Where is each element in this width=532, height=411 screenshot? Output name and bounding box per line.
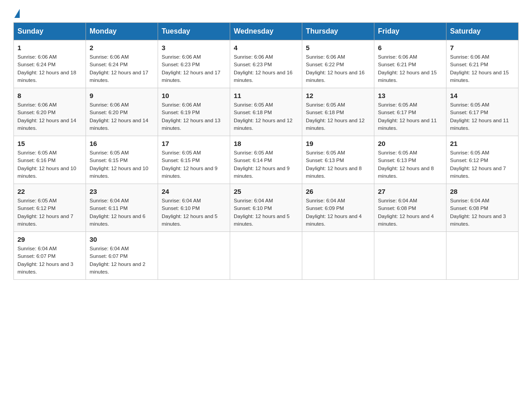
day-number: 28	[450, 188, 515, 195]
day-info: Sunrise: 6:06 AMSunset: 6:21 PMDaylight:…	[378, 53, 442, 84]
calendar-cell: 2Sunrise: 6:06 AMSunset: 6:24 PMDaylight…	[86, 40, 158, 88]
day-number: 2	[90, 44, 154, 51]
calendar-cell: 7Sunrise: 6:06 AMSunset: 6:21 PMDaylight…	[446, 40, 519, 88]
day-number: 5	[306, 44, 370, 51]
day-number: 17	[162, 140, 226, 147]
calendar-week-row: 15Sunrise: 6:05 AMSunset: 6:16 PMDayligh…	[14, 136, 519, 184]
day-info: Sunrise: 6:06 AMSunset: 6:20 PMDaylight:…	[90, 101, 154, 132]
calendar-body: 1Sunrise: 6:06 AMSunset: 6:24 PMDaylight…	[14, 40, 519, 280]
day-number: 24	[162, 188, 226, 195]
calendar-cell: 18Sunrise: 6:05 AMSunset: 6:14 PMDayligh…	[230, 136, 302, 184]
calendar-cell: 22Sunrise: 6:05 AMSunset: 6:12 PMDayligh…	[14, 184, 86, 232]
day-info: Sunrise: 6:05 AMSunset: 6:12 PMDaylight:…	[450, 149, 515, 180]
calendar-cell: 3Sunrise: 6:06 AMSunset: 6:23 PMDaylight…	[158, 40, 230, 88]
calendar-cell: 25Sunrise: 6:04 AMSunset: 6:10 PMDayligh…	[230, 184, 302, 232]
day-number: 22	[17, 188, 82, 195]
header-saturday: Saturday	[446, 23, 519, 40]
day-number: 11	[234, 92, 298, 99]
calendar-cell: 15Sunrise: 6:05 AMSunset: 6:16 PMDayligh…	[14, 136, 86, 184]
day-number: 21	[450, 140, 515, 147]
day-info: Sunrise: 6:04 AMSunset: 6:08 PMDaylight:…	[378, 197, 442, 228]
calendar-week-row: 8Sunrise: 6:06 AMSunset: 6:20 PMDaylight…	[14, 88, 519, 136]
calendar-cell: 24Sunrise: 6:04 AMSunset: 6:10 PMDayligh…	[158, 184, 230, 232]
day-info: Sunrise: 6:05 AMSunset: 6:14 PMDaylight:…	[234, 149, 298, 180]
day-number: 9	[90, 92, 154, 99]
day-number: 13	[378, 92, 442, 99]
calendar-week-row: 1Sunrise: 6:06 AMSunset: 6:24 PMDaylight…	[14, 40, 519, 88]
day-info: Sunrise: 6:04 AMSunset: 6:11 PMDaylight:…	[90, 197, 154, 228]
day-number: 16	[90, 140, 154, 147]
calendar-cell: 6Sunrise: 6:06 AMSunset: 6:21 PMDaylight…	[374, 40, 446, 88]
calendar-cell: 17Sunrise: 6:05 AMSunset: 6:15 PMDayligh…	[158, 136, 230, 184]
calendar-cell: 23Sunrise: 6:04 AMSunset: 6:11 PMDayligh…	[86, 184, 158, 232]
day-number: 29	[17, 235, 82, 243]
day-number: 19	[306, 140, 370, 147]
day-number: 20	[378, 140, 442, 147]
day-info: Sunrise: 6:05 AMSunset: 6:15 PMDaylight:…	[90, 149, 154, 180]
day-number: 15	[17, 140, 82, 147]
day-info: Sunrise: 6:06 AMSunset: 6:23 PMDaylight:…	[234, 53, 298, 84]
day-number: 8	[17, 92, 82, 99]
day-number: 27	[378, 188, 442, 195]
day-number: 10	[162, 92, 226, 99]
calendar-cell: 26Sunrise: 6:04 AMSunset: 6:09 PMDayligh…	[302, 184, 374, 232]
day-number: 26	[306, 188, 370, 195]
header-sunday: Sunday	[14, 23, 86, 40]
calendar-cell: 20Sunrise: 6:05 AMSunset: 6:13 PMDayligh…	[374, 136, 446, 184]
day-info: Sunrise: 6:05 AMSunset: 6:18 PMDaylight:…	[306, 101, 370, 132]
day-info: Sunrise: 6:05 AMSunset: 6:13 PMDaylight:…	[378, 149, 442, 180]
day-number: 23	[90, 188, 154, 195]
day-info: Sunrise: 6:05 AMSunset: 6:16 PMDaylight:…	[17, 149, 82, 180]
day-number: 3	[162, 44, 226, 51]
header-monday: Monday	[86, 23, 158, 40]
day-number: 4	[234, 44, 298, 51]
calendar-cell: 29Sunrise: 6:04 AMSunset: 6:07 PMDayligh…	[14, 232, 86, 280]
header-wednesday: Wednesday	[230, 23, 302, 40]
calendar-table: SundayMondayTuesdayWednesdayThursdayFrid…	[13, 22, 519, 280]
calendar-cell: 28Sunrise: 6:04 AMSunset: 6:08 PMDayligh…	[446, 184, 519, 232]
day-number: 7	[450, 44, 515, 51]
calendar-cell: 5Sunrise: 6:06 AMSunset: 6:22 PMDaylight…	[302, 40, 374, 88]
page-header	[13, 9, 519, 18]
day-info: Sunrise: 6:05 AMSunset: 6:12 PMDaylight:…	[17, 197, 82, 228]
calendar-week-row: 22Sunrise: 6:05 AMSunset: 6:12 PMDayligh…	[14, 184, 519, 232]
day-info: Sunrise: 6:06 AMSunset: 6:21 PMDaylight:…	[450, 53, 515, 84]
day-number: 6	[378, 44, 442, 51]
day-info: Sunrise: 6:04 AMSunset: 6:10 PMDaylight:…	[234, 197, 298, 228]
day-number: 30	[90, 235, 154, 243]
calendar-cell	[446, 232, 519, 280]
calendar-cell	[158, 232, 230, 280]
logo	[13, 9, 20, 18]
day-info: Sunrise: 6:05 AMSunset: 6:13 PMDaylight:…	[306, 149, 370, 180]
day-info: Sunrise: 6:06 AMSunset: 6:24 PMDaylight:…	[17, 53, 82, 84]
calendar-cell: 13Sunrise: 6:05 AMSunset: 6:17 PMDayligh…	[374, 88, 446, 136]
calendar-cell: 10Sunrise: 6:06 AMSunset: 6:19 PMDayligh…	[158, 88, 230, 136]
calendar-cell: 16Sunrise: 6:05 AMSunset: 6:15 PMDayligh…	[86, 136, 158, 184]
day-info: Sunrise: 6:05 AMSunset: 6:17 PMDaylight:…	[378, 101, 442, 132]
calendar-header-row: SundayMondayTuesdayWednesdayThursdayFrid…	[14, 23, 519, 40]
day-info: Sunrise: 6:05 AMSunset: 6:15 PMDaylight:…	[162, 149, 226, 180]
calendar-week-row: 29Sunrise: 6:04 AMSunset: 6:07 PMDayligh…	[14, 232, 519, 280]
day-info: Sunrise: 6:04 AMSunset: 6:07 PMDaylight:…	[17, 245, 82, 276]
calendar-cell: 30Sunrise: 6:04 AMSunset: 6:07 PMDayligh…	[86, 232, 158, 280]
day-number: 14	[450, 92, 515, 99]
day-info: Sunrise: 6:04 AMSunset: 6:07 PMDaylight:…	[90, 245, 154, 276]
calendar-cell: 9Sunrise: 6:06 AMSunset: 6:20 PMDaylight…	[86, 88, 158, 136]
calendar-cell: 8Sunrise: 6:06 AMSunset: 6:20 PMDaylight…	[14, 88, 86, 136]
header-tuesday: Tuesday	[158, 23, 230, 40]
day-info: Sunrise: 6:06 AMSunset: 6:23 PMDaylight:…	[162, 53, 226, 84]
calendar-cell: 11Sunrise: 6:05 AMSunset: 6:18 PMDayligh…	[230, 88, 302, 136]
day-info: Sunrise: 6:06 AMSunset: 6:22 PMDaylight:…	[306, 53, 370, 84]
calendar-cell	[302, 232, 374, 280]
header-friday: Friday	[374, 23, 446, 40]
day-info: Sunrise: 6:06 AMSunset: 6:19 PMDaylight:…	[162, 101, 226, 132]
calendar-cell: 12Sunrise: 6:05 AMSunset: 6:18 PMDayligh…	[302, 88, 374, 136]
calendar-cell: 14Sunrise: 6:05 AMSunset: 6:17 PMDayligh…	[446, 88, 519, 136]
calendar-cell: 1Sunrise: 6:06 AMSunset: 6:24 PMDaylight…	[14, 40, 86, 88]
calendar-cell: 21Sunrise: 6:05 AMSunset: 6:12 PMDayligh…	[446, 136, 519, 184]
day-number: 12	[306, 92, 370, 99]
header-thursday: Thursday	[302, 23, 374, 40]
day-info: Sunrise: 6:06 AMSunset: 6:24 PMDaylight:…	[90, 53, 154, 84]
calendar-cell	[230, 232, 302, 280]
day-info: Sunrise: 6:04 AMSunset: 6:10 PMDaylight:…	[162, 197, 226, 228]
